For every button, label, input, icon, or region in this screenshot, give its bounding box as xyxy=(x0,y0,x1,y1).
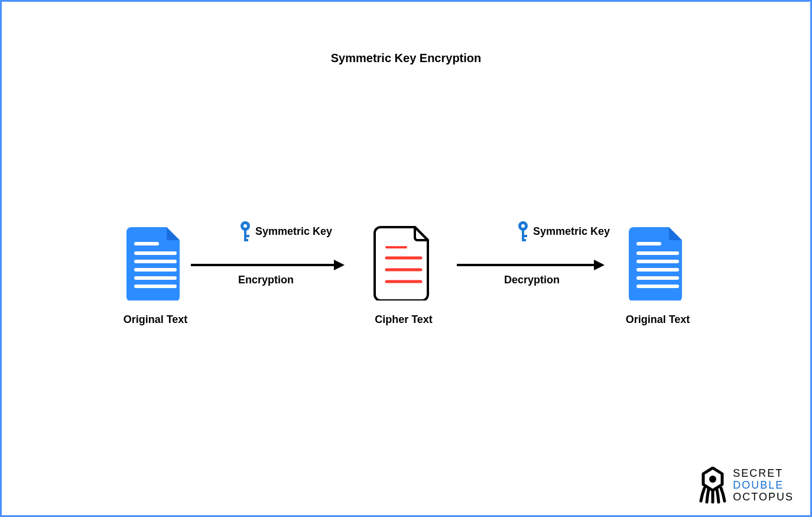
arrow-encryption xyxy=(191,256,345,274)
diagram-frame: Symmetric Key Encryption Original Text xyxy=(0,0,812,517)
diagram-title: Symmetric Key Encryption xyxy=(2,51,810,65)
octopus-icon xyxy=(699,467,727,503)
node-caption: Original Text xyxy=(610,314,705,326)
node-original-right: Original Text xyxy=(610,224,705,326)
svg-marker-24 xyxy=(594,260,605,270)
svg-rect-22 xyxy=(244,239,248,241)
node-cipher: Cipher Text xyxy=(356,224,451,326)
logo-line-1: SECRET xyxy=(733,467,794,479)
arrow-decryption xyxy=(457,256,605,274)
key-label-text: Symmetric Key xyxy=(533,225,610,237)
document-icon xyxy=(625,224,690,300)
svg-rect-29 xyxy=(522,239,526,241)
arrow-right-icon xyxy=(191,256,345,274)
brand-logo: SECRET DOUBLE OCTOPUS xyxy=(699,467,794,503)
brand-logo-text: SECRET DOUBLE OCTOPUS xyxy=(733,467,794,503)
key-label-decrypt: Symmetric Key xyxy=(516,221,610,243)
key-label-text: Symmetric Key xyxy=(255,225,332,237)
arrow-right-icon xyxy=(457,256,605,274)
cipher-document-icon xyxy=(371,224,436,300)
key-icon xyxy=(238,221,252,243)
action-label-decrypt: Decryption xyxy=(504,274,560,286)
svg-point-31 xyxy=(709,476,716,483)
document-icon xyxy=(123,224,188,300)
logo-line-2: DOUBLE xyxy=(733,479,794,491)
logo-line-3: OCTOPUS xyxy=(733,491,794,503)
svg-rect-21 xyxy=(244,235,249,237)
svg-point-26 xyxy=(521,224,525,228)
key-label-encrypt: Symmetric Key xyxy=(238,221,332,243)
node-original-left: Original Text xyxy=(108,224,203,326)
action-label-encrypt: Encryption xyxy=(238,274,294,286)
node-caption: Cipher Text xyxy=(356,314,451,326)
node-caption: Original Text xyxy=(108,314,203,326)
svg-marker-17 xyxy=(334,260,345,270)
svg-point-19 xyxy=(243,224,247,228)
svg-rect-28 xyxy=(522,235,527,237)
key-icon xyxy=(516,221,530,243)
